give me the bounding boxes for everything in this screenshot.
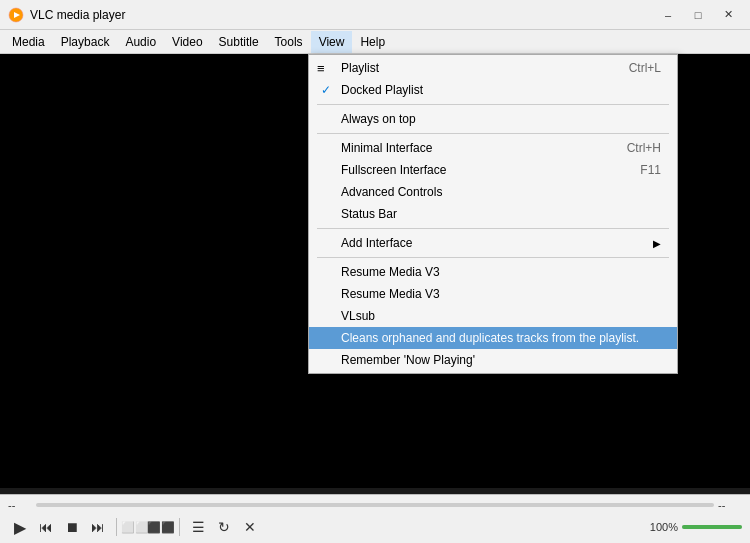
menu-media[interactable]: Media <box>4 31 53 53</box>
submenu-arrow-icon: ▶ <box>653 238 661 249</box>
menu-bar: Media Playback Audio Video Subtitle Tool… <box>0 30 750 54</box>
menu-item-vlsub[interactable]: VLsub <box>309 305 677 327</box>
advanced-controls-label: Advanced Controls <box>341 185 442 199</box>
menu-view[interactable]: View <box>311 31 353 53</box>
menu-audio[interactable]: Audio <box>117 31 164 53</box>
menu-item-fullscreen-interface[interactable]: Fullscreen Interface F11 <box>309 159 677 181</box>
menu-item-resume-media-2[interactable]: Resume Media V3 <box>309 283 677 305</box>
menu-item-remember-now-playing[interactable]: Remember 'Now Playing' <box>309 349 677 371</box>
bottom-controls: -- -- ▶ ⏮ ⏹ ⏭ ⬜⬜ ⬛⬛ ☰ ↻ ✕ 100% <box>0 494 750 543</box>
volume-bar[interactable] <box>682 525 742 529</box>
app-icon <box>8 7 24 23</box>
view-dropdown: ≡ Playlist Ctrl+L Docked Playlist Always… <box>308 54 678 374</box>
seek-bar[interactable] <box>36 503 714 507</box>
volume-percent: 100% <box>643 521 678 533</box>
menu-item-resume-media-1[interactable]: Resume Media V3 <box>309 261 677 283</box>
playlist-shortcut: Ctrl+L <box>629 61 661 75</box>
menu-subtitle[interactable]: Subtitle <box>211 31 267 53</box>
window-title: VLC media player <box>30 8 654 22</box>
chapters-button[interactable]: ⬛⬛ <box>149 515 173 539</box>
separator-1 <box>317 104 669 105</box>
maximize-button[interactable]: □ <box>684 4 712 26</box>
menu-video[interactable]: Video <box>164 31 210 53</box>
remember-now-playing-label: Remember 'Now Playing' <box>341 353 475 367</box>
minimal-interface-label: Minimal Interface <box>341 141 432 155</box>
resume-media-1-label: Resume Media V3 <box>341 265 440 279</box>
menu-item-add-interface[interactable]: Add Interface ▶ <box>309 232 677 254</box>
loop-button[interactable]: ↻ <box>212 515 236 539</box>
seek-time-left: -- <box>8 499 32 511</box>
add-interface-label: Add Interface <box>341 236 412 250</box>
menu-item-minimal-interface[interactable]: Minimal Interface Ctrl+H <box>309 137 677 159</box>
menu-item-always-on-top[interactable]: Always on top <box>309 108 677 130</box>
prev-button[interactable]: ⏮ <box>34 515 58 539</box>
separator-3 <box>317 228 669 229</box>
volume-fill <box>682 525 742 529</box>
separator-2 <box>317 133 669 134</box>
vlsub-label: VLsub <box>341 309 375 323</box>
playlist-button[interactable]: ☰ <box>186 515 210 539</box>
cleans-orphaned-label: Cleans orphaned and duplicates tracks fr… <box>341 331 639 345</box>
frame-step-button[interactable]: ⬜⬜ <box>123 515 147 539</box>
menu-item-docked-playlist[interactable]: Docked Playlist <box>309 79 677 101</box>
docked-playlist-label: Docked Playlist <box>341 83 423 97</box>
playlist-label: Playlist <box>341 61 379 75</box>
stop-button[interactable]: ⏹ <box>60 515 84 539</box>
random-button[interactable]: ✕ <box>238 515 262 539</box>
minimal-interface-shortcut: Ctrl+H <box>627 141 661 155</box>
next-button[interactable]: ⏭ <box>86 515 110 539</box>
always-on-top-label: Always on top <box>341 112 416 126</box>
separator-4 <box>317 257 669 258</box>
menu-item-status-bar[interactable]: Status Bar <box>309 203 677 225</box>
seek-bar-area: -- -- <box>0 495 750 513</box>
menu-help[interactable]: Help <box>352 31 393 53</box>
volume-area: 100% <box>643 521 742 533</box>
resume-media-2-label: Resume Media V3 <box>341 287 440 301</box>
controls-row: ▶ ⏮ ⏹ ⏭ ⬜⬜ ⬛⬛ ☰ ↻ ✕ 100% <box>0 513 750 543</box>
minimize-button[interactable]: – <box>654 4 682 26</box>
menu-tools[interactable]: Tools <box>267 31 311 53</box>
status-bar-label: Status Bar <box>341 207 397 221</box>
title-bar: VLC media player – □ ✕ <box>0 0 750 30</box>
fullscreen-shortcut: F11 <box>640 163 661 177</box>
close-button[interactable]: ✕ <box>714 4 742 26</box>
menu-item-playlist[interactable]: ≡ Playlist Ctrl+L <box>309 57 677 79</box>
seek-time-right: -- <box>718 499 742 511</box>
fullscreen-interface-label: Fullscreen Interface <box>341 163 446 177</box>
menu-item-advanced-controls[interactable]: Advanced Controls <box>309 181 677 203</box>
menu-item-cleans-orphaned[interactable]: Cleans orphaned and duplicates tracks fr… <box>309 327 677 349</box>
controls-separator-1 <box>116 518 117 536</box>
play-button[interactable]: ▶ <box>8 515 32 539</box>
window-controls: – □ ✕ <box>654 4 742 26</box>
controls-separator-2 <box>179 518 180 536</box>
menu-playback[interactable]: Playback <box>53 31 118 53</box>
